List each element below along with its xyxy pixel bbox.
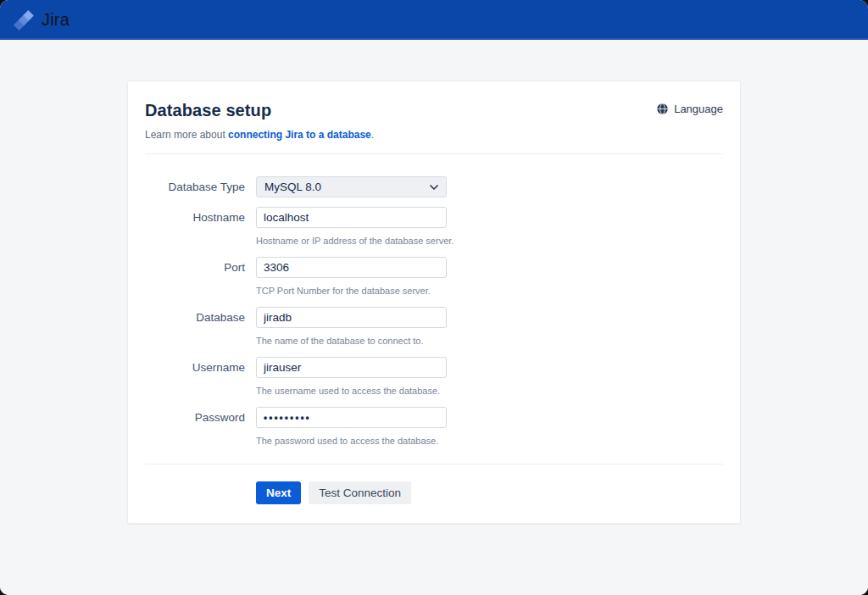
form-row-hostname: Hostname Hostname or IP address of the d… [145,207,723,247]
chevron-down-icon [430,185,438,190]
page-body: Database setup Learn more about connecti… [0,40,868,595]
hostname-input[interactable] [256,207,447,228]
subtitle: Learn more about connecting Jira to a da… [145,129,374,141]
port-help: TCP Port Number for the database server. [256,285,447,297]
field-label-password: Password [145,407,256,447]
hostname-help: Hostname or IP address of the database s… [256,235,453,247]
subtitle-period: . [371,129,374,141]
database-setup-card: Database setup Learn more about connecti… [127,81,741,524]
page-title: Database setup [145,101,374,120]
port-input[interactable] [256,257,447,278]
header-divider [145,153,723,154]
form-actions: Next Test Connection [256,481,723,504]
language-button[interactable]: Language [656,103,723,115]
next-button[interactable]: Next [256,481,301,504]
language-label: Language [674,103,723,115]
form-row-database: Database The name of the database to con… [145,307,723,347]
database-input[interactable] [256,307,447,328]
field-label-database-type: Database Type [145,176,256,197]
database-help: The name of the database to connect to. [256,335,447,347]
password-input[interactable] [256,407,447,428]
test-connection-button[interactable]: Test Connection [309,481,411,504]
username-input[interactable] [256,357,447,378]
globe-icon [656,103,669,115]
field-label-database: Database [145,307,256,347]
card-header: Database setup Learn more about connecti… [145,101,723,141]
form-row-port: Port TCP Port Number for the database se… [145,257,723,297]
database-type-select[interactable]: MySQL 8.0 [256,176,447,197]
jira-brand[interactable]: Jira [14,9,70,31]
form-row-password: Password The password used to access the… [145,407,723,447]
title-block: Database setup Learn more about connecti… [145,101,374,141]
username-help: The username used to access the database… [256,385,447,397]
connecting-jira-link[interactable]: connecting Jira to a database [228,129,371,141]
field-label-port: Port [145,257,256,297]
brand-name: Jira [42,10,70,30]
browser-window: Jira Database setup Learn more about con… [0,0,868,595]
jira-logo-icon [14,9,36,31]
subtitle-text: Learn more about [145,129,228,141]
field-label-username: Username [145,357,256,397]
field-label-hostname: Hostname [145,207,256,247]
database-type-value: MySQL 8.0 [264,181,321,193]
app-header: Jira [0,0,868,40]
password-help: The password used to access the database… [256,435,447,447]
footer-divider [145,464,723,464]
form-row-username: Username The username used to access the… [145,357,723,397]
form-row-database-type: Database Type MySQL 8.0 [145,176,723,197]
database-form: Database Type MySQL 8.0 Hostname [145,176,723,447]
